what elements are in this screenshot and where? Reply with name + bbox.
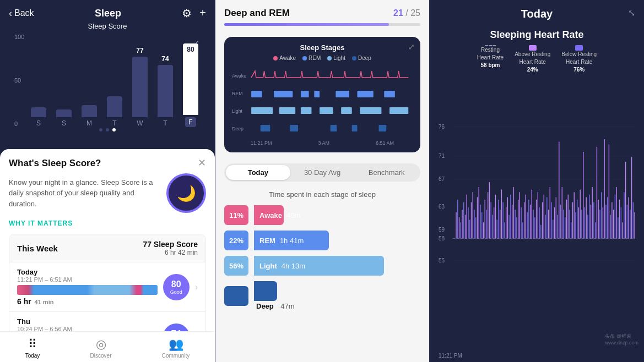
awake-bar-fill: Awake 49m bbox=[254, 205, 284, 225]
this-week-label: This Week bbox=[17, 244, 58, 253]
header-row: ‹ Back Sleep ⚙ + bbox=[9, 0, 206, 22]
tab-discover[interactable]: ◎ Discover bbox=[90, 337, 112, 359]
left-panel: ‹ Back Sleep ⚙ + Sleep Score ⤢ 100 50 0 … bbox=[0, 0, 215, 362]
week-row-thu[interactable]: Thu 10:24 PM – 6:56 AM 7 hr 2 min 74 Fai… bbox=[9, 311, 205, 331]
week-row-thu-time: 10:24 PM – 6:56 AM bbox=[17, 326, 158, 331]
bar-day-t2: T bbox=[163, 119, 167, 127]
stage-bar-deep: Deep 47m bbox=[224, 281, 420, 311]
whats-sleep-text: Know your night in a glance. Sleep Score… bbox=[9, 177, 161, 210]
tab-today[interactable]: ⠿ Today bbox=[25, 337, 40, 359]
page-title: Sleep bbox=[95, 8, 121, 19]
why-matters-label[interactable]: WHY IT MATTERS bbox=[9, 220, 206, 227]
svg-text:67: 67 bbox=[439, 176, 445, 182]
bar-day-w: W bbox=[137, 119, 143, 127]
deep-dur: 47m bbox=[280, 302, 294, 310]
hr-legend-resting: RestingHeart Rate58 bpm bbox=[477, 45, 504, 74]
tab-today-label: Today bbox=[25, 353, 40, 359]
deep-rem-title: Deep and REM bbox=[224, 8, 290, 19]
bar-group-t1: T bbox=[105, 96, 125, 127]
hr-data-spikes bbox=[456, 139, 635, 238]
score-badge-today: 80 Good bbox=[163, 274, 190, 300]
deep-bar-wrapper: Deep 47m bbox=[254, 281, 420, 311]
hr-legend: RestingHeart Rate58 bpm Above RestingHea… bbox=[439, 45, 635, 74]
tab-bar: ⠿ Today ◎ Discover 👥 Community bbox=[0, 331, 215, 362]
svg-text:Deep: Deep bbox=[232, 126, 243, 131]
stages-legend: Awake REM Light Deep bbox=[231, 55, 414, 61]
bar-group-s1: S bbox=[29, 107, 48, 127]
legend-light-dot bbox=[327, 56, 332, 61]
svg-rect-13 bbox=[301, 107, 312, 114]
score-badge-num-thu: 74 bbox=[171, 329, 181, 332]
y-label-50: 50 bbox=[14, 77, 24, 84]
svg-rect-5 bbox=[274, 91, 293, 97]
week-row-today-info: Today 11:21 PM – 6:51 AM 6 hr 41 min bbox=[17, 268, 158, 306]
rem-bar-fill: REM 1h 41m bbox=[254, 231, 329, 250]
light-bar-wrapper: Light 4h 13m bbox=[254, 256, 420, 276]
middle-panel: Deep and REM 21 / 25 ⤢ Sleep Stages Awak… bbox=[215, 0, 430, 362]
legend-awake-label: Awake bbox=[279, 55, 296, 61]
expand-right-icon[interactable]: ⤡ bbox=[628, 8, 635, 18]
back-button[interactable]: ‹ Back bbox=[9, 8, 34, 19]
svg-rect-21 bbox=[352, 125, 358, 131]
sleep-mini-chart-today bbox=[17, 285, 158, 295]
bar-t1 bbox=[107, 96, 122, 117]
deep-rem-score-total: / 25 bbox=[405, 8, 420, 18]
hr-legend-above: Above RestingHeart Rate24% bbox=[515, 45, 550, 74]
deep-bar-fill bbox=[254, 281, 277, 301]
time-label-start: 11:21 PM bbox=[251, 140, 272, 146]
bar-s2 bbox=[56, 109, 72, 117]
time-label-mid: 3 AM bbox=[318, 140, 329, 146]
svg-rect-9 bbox=[357, 91, 373, 97]
expand-stages-icon[interactable]: ⤢ bbox=[408, 42, 415, 51]
watermark: 头条 @鲜束www.dnzp.com bbox=[605, 333, 638, 345]
score-badge-thu: 74 Fair bbox=[163, 323, 190, 332]
svg-rect-19 bbox=[290, 125, 298, 131]
header-icons: ⚙ + bbox=[182, 7, 206, 20]
time-label-end: 6:51 AM bbox=[376, 140, 394, 146]
svg-rect-6 bbox=[301, 91, 309, 97]
tab-30day[interactable]: 30 Day Avg bbox=[290, 165, 355, 180]
tab-today-mid[interactable]: Today bbox=[226, 165, 290, 180]
add-icon[interactable]: + bbox=[199, 7, 206, 20]
tab-community[interactable]: 👥 Community bbox=[162, 337, 190, 359]
hr-chart: 76 71 67 63 59 58 55 bbox=[439, 80, 635, 354]
right-time-label: 11:21 PM bbox=[439, 353, 462, 359]
y-axis: 100 50 0 bbox=[14, 34, 24, 127]
whats-sleep-title: What's Sleep Score? bbox=[9, 158, 206, 169]
rem-name: REM bbox=[259, 237, 275, 245]
bar-value-f: 80 bbox=[187, 46, 194, 53]
legend-awake: Awake bbox=[273, 55, 296, 61]
legend-deep-label: Deep bbox=[358, 55, 371, 61]
svg-text:59: 59 bbox=[439, 227, 445, 233]
legend-deep-dot bbox=[352, 56, 356, 61]
svg-rect-15 bbox=[341, 107, 352, 114]
svg-text:58: 58 bbox=[439, 235, 445, 242]
sleep-chart: ⤢ 100 50 0 S S M bbox=[9, 34, 206, 149]
awake-bar-wrapper: Awake 49m bbox=[254, 205, 420, 225]
rem-bar-wrapper: REM 1h 41m bbox=[254, 231, 420, 250]
this-week-header: This Week 77 Sleep Score 6 hr 42 min bbox=[9, 234, 205, 262]
svg-rect-4 bbox=[251, 91, 262, 97]
bars-container: S S M T bbox=[14, 34, 201, 127]
this-week-box: This Week 77 Sleep Score 6 hr 42 min Tod… bbox=[9, 234, 206, 331]
progress-bar-fill bbox=[224, 23, 389, 26]
pagination-dots bbox=[14, 128, 201, 131]
svg-rect-7 bbox=[314, 91, 320, 97]
close-button[interactable]: ✕ bbox=[198, 157, 206, 169]
right-subtitle: Sleeping Heart Rate bbox=[439, 29, 635, 41]
right-today-label: Today bbox=[439, 8, 635, 20]
moon-icon-badge: 🌙 bbox=[166, 173, 206, 213]
settings-icon[interactable]: ⚙ bbox=[182, 7, 192, 20]
stage-bar-rem: 22% REM 1h 41m bbox=[224, 231, 420, 250]
week-row-today[interactable]: Today 11:21 PM – 6:51 AM 6 hr 41 min 80 … bbox=[9, 262, 205, 311]
week-row-thu-info: Thu 10:24 PM – 6:56 AM 7 hr 2 min bbox=[17, 317, 158, 331]
y-label-100: 100 bbox=[14, 34, 24, 40]
moon-icon: 🌙 bbox=[177, 184, 196, 202]
back-label: Back bbox=[14, 8, 34, 18]
tab-discover-label: Discover bbox=[90, 353, 112, 359]
stage-bars: 11% Awake 49m 22% REM 1h 41m 56% bbox=[215, 205, 429, 311]
deep-rem-score: 21 / 25 bbox=[393, 8, 420, 18]
light-pct: 56% bbox=[224, 256, 248, 276]
svg-rect-20 bbox=[331, 125, 337, 131]
tab-benchmark[interactable]: Benchmark bbox=[354, 165, 419, 180]
